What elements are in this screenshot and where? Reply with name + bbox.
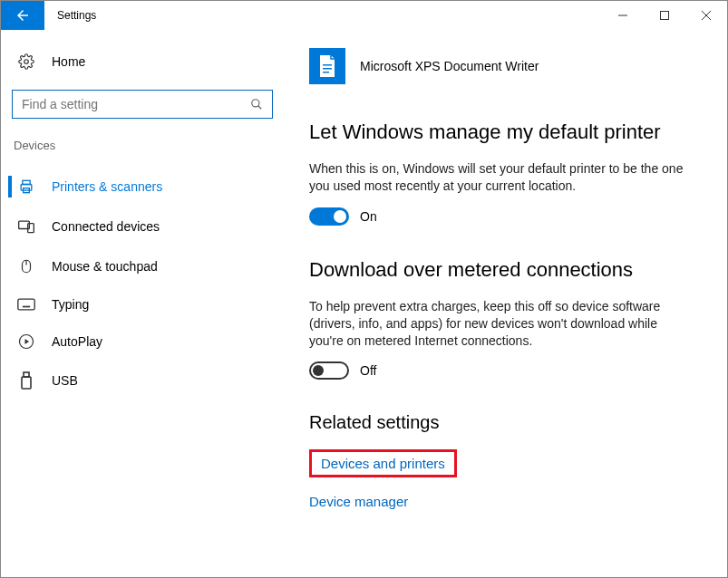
section-desc: To help prevent extra charges, keep this…	[309, 298, 690, 350]
nav-label: Typing	[52, 297, 89, 312]
autoplay-icon	[17, 333, 35, 350]
main-panel: Microsoft XPS Document Writer Let Window…	[282, 30, 727, 577]
nav-mouse-touchpad[interactable]: Mouse & touchpad	[8, 246, 275, 286]
link-devices-and-printers[interactable]: Devices and printers	[321, 456, 445, 471]
back-button[interactable]	[1, 1, 44, 30]
devices-icon	[17, 217, 35, 236]
section-title-related: Related settings	[309, 412, 700, 433]
window-title: Settings	[57, 9, 96, 22]
nav-label: AutoPlay	[52, 334, 102, 349]
svg-marker-21	[25, 339, 30, 344]
section-desc: When this is on, Windows will set your d…	[309, 160, 690, 195]
close-button[interactable]	[685, 1, 727, 30]
nav-label: Mouse & touchpad	[52, 259, 158, 274]
search-input[interactable]	[22, 97, 250, 111]
printer-icon	[17, 178, 35, 196]
printer-name: Microsoft XPS Document Writer	[360, 59, 539, 73]
nav-label: Connected devices	[52, 219, 160, 234]
nav-label: Printers & scanners	[52, 179, 162, 194]
toggle-default-printer[interactable]	[309, 207, 349, 226]
svg-rect-7	[21, 185, 32, 191]
svg-rect-8	[23, 180, 30, 184]
svg-rect-14	[18, 299, 34, 310]
gear-icon	[17, 53, 35, 70]
category-label: Devices	[14, 139, 275, 152]
svg-rect-24	[323, 64, 332, 66]
minimize-button[interactable]	[602, 1, 644, 30]
usb-icon	[17, 371, 35, 390]
home-label: Home	[52, 54, 85, 69]
svg-rect-23	[22, 377, 31, 389]
nav-printers-scanners[interactable]: Printers & scanners	[8, 167, 275, 207]
document-writer-icon	[309, 48, 345, 84]
home-button[interactable]: Home	[8, 46, 275, 77]
nav-usb[interactable]: USB	[8, 361, 275, 400]
sidebar: Home Devices Printers & scanners Connect…	[1, 30, 282, 577]
maximize-button[interactable]	[644, 1, 685, 30]
nav-typing[interactable]: Typing	[8, 286, 275, 323]
svg-rect-1	[661, 12, 669, 20]
svg-rect-25	[323, 68, 332, 70]
highlight-box: Devices and printers	[309, 449, 457, 477]
section-title-default-printer: Let Windows manage my default printer	[309, 120, 700, 144]
mouse-icon	[17, 257, 35, 275]
nav-autoplay[interactable]: AutoPlay	[8, 323, 275, 361]
toggle-label: On	[360, 209, 377, 224]
keyboard-icon	[17, 297, 35, 312]
nav-label: USB	[52, 373, 78, 388]
section-title-metered: Download over metered connections	[309, 258, 700, 282]
toggle-label: Off	[360, 363, 376, 378]
svg-rect-26	[323, 72, 329, 73]
search-input-container[interactable]	[12, 90, 273, 119]
svg-point-4	[24, 60, 29, 64]
svg-line-6	[258, 106, 262, 110]
toggle-metered[interactable]	[309, 361, 349, 380]
printer-entry[interactable]: Microsoft XPS Document Writer	[309, 48, 700, 84]
search-icon	[250, 98, 263, 111]
svg-point-5	[252, 100, 259, 107]
link-device-manager[interactable]: Device manager	[309, 494, 408, 509]
nav-connected-devices[interactable]: Connected devices	[8, 207, 275, 246]
